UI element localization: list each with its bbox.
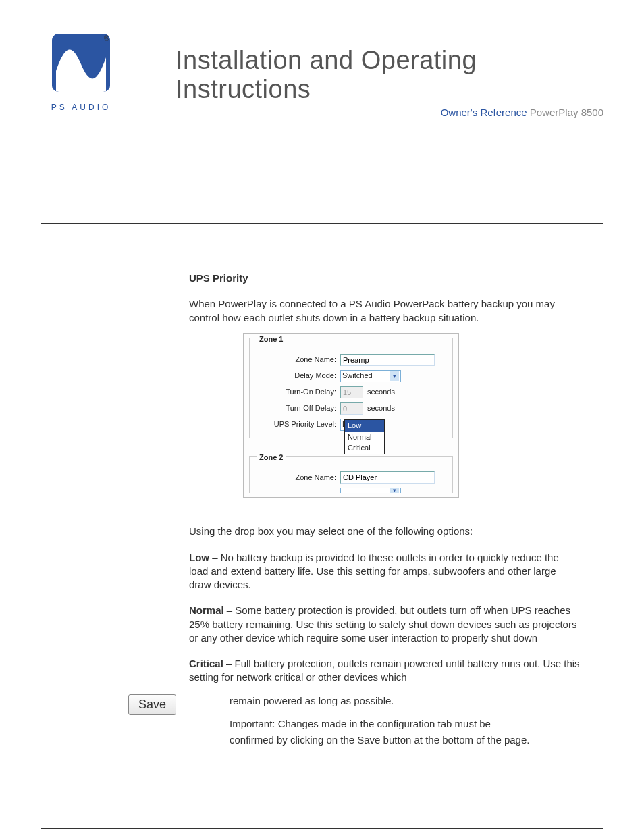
zone2-fieldset: Zone 2 Zone Name: ▾ [249, 456, 453, 494]
page-header: ® PS AUDIO Installation and Operating In… [41, 34, 603, 128]
zone1-delaymode-select[interactable]: Switched ▾ [340, 370, 401, 382]
dropdown-option-normal[interactable]: Normal [345, 432, 384, 443]
intro-paragraph: When PowerPlay is connected to a PS Audi… [189, 297, 581, 325]
section-title: UPS Priority [189, 271, 581, 285]
zone2-name-input[interactable] [340, 471, 435, 484]
zone1-name-input[interactable] [340, 354, 435, 366]
logo-icon [52, 34, 110, 92]
logo: ® PS AUDIO [41, 34, 122, 112]
zone1-turnon-input[interactable] [340, 386, 363, 398]
option-critical-desc: – Full battery protection, outlets remai… [189, 658, 580, 683]
zone1-legend: Zone 1 [257, 334, 286, 344]
important-line1: Important: Changes made in the configura… [230, 717, 581, 731]
save-button[interactable]: Save [128, 694, 176, 715]
registered-mark: ® [104, 34, 109, 42]
zone2-partial-select[interactable]: ▾ [340, 488, 401, 493]
zone1-turnoff-label: Turn-Off Delay: [254, 403, 340, 413]
owner-reference: Owner's Reference PowerPlay 8500 [441, 107, 603, 118]
brand-text: PS AUDIO [41, 103, 122, 112]
save-area: Save remain powered as long as possible.… [189, 694, 581, 748]
config-ui-screenshot: Zone 1 Zone Name: Delay Mode: Switched ▾… [243, 333, 459, 498]
option-critical: Critical – Full battery protection, outl… [189, 657, 581, 685]
document-title: Installation and Operating Instructions [176, 46, 603, 104]
owner-ref-product: PowerPlay 8500 [530, 107, 603, 118]
important-line2: confirmed by clicking on the Save button… [230, 733, 581, 747]
critical-tail: remain powered as long as possible. [230, 694, 581, 708]
option-low-label: Low [189, 552, 209, 563]
zone1-turnon-label: Turn-On Delay: [254, 387, 340, 397]
option-normal-desc: – Some battery protection is provided, b… [189, 604, 576, 644]
zone1-ups-label: UPS Priority Level: [254, 419, 340, 429]
seconds-unit: seconds [367, 403, 395, 413]
zone2-name-label: Zone Name: [254, 473, 340, 483]
zone1-delaymode-value: Switched [342, 371, 373, 381]
option-critical-label: Critical [189, 658, 223, 669]
dropbox-intro: Using the drop box you may select one of… [189, 525, 581, 538]
chevron-down-icon: ▾ [390, 371, 399, 381]
main-content: UPS Priority When PowerPlay is connected… [189, 271, 581, 747]
chevron-down-icon: ▾ [390, 488, 399, 493]
owner-ref-label: Owner's Reference [441, 107, 527, 118]
ups-dropdown-list: Low Normal Critical [344, 419, 385, 455]
footer-divider [41, 828, 603, 829]
zone2-legend: Zone 2 [257, 452, 286, 463]
zone1-fieldset: Zone 1 Zone Name: Delay Mode: Switched ▾… [249, 338, 453, 438]
dropdown-option-critical[interactable]: Critical [345, 442, 384, 454]
seconds-unit: seconds [367, 387, 395, 397]
header-divider [41, 223, 603, 224]
zone1-name-label: Zone Name: [254, 355, 340, 365]
option-normal: Normal – Some battery protection is prov… [189, 604, 581, 645]
option-low: Low – No battery backup is provided to t… [189, 551, 581, 592]
option-low-desc: – No battery backup is provided to these… [189, 552, 559, 591]
zone1-delaymode-label: Delay Mode: [254, 371, 340, 381]
zone1-turnoff-input[interactable] [340, 402, 363, 415]
dropdown-option-low[interactable]: Low [345, 420, 384, 432]
option-normal-label: Normal [189, 604, 224, 616]
